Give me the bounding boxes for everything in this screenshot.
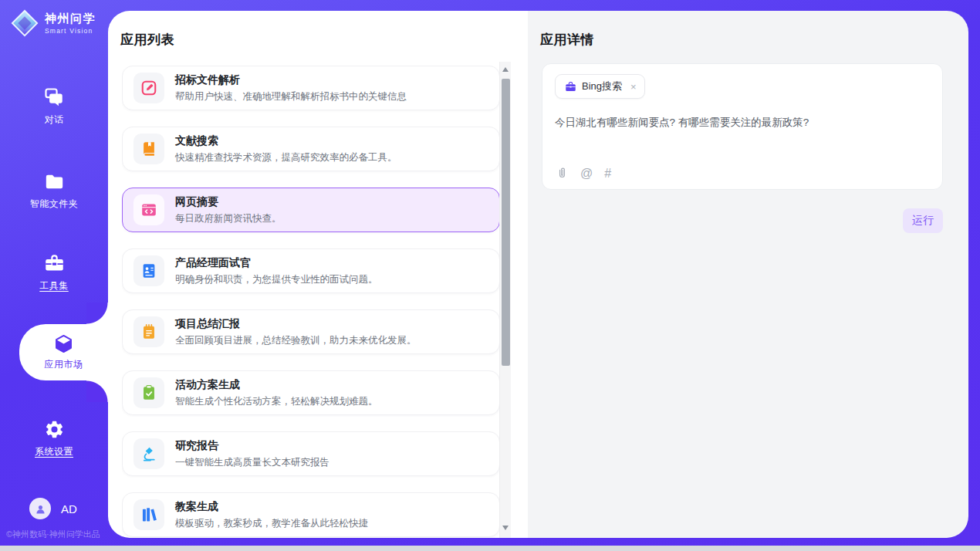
run-button[interactable]: 运行 [903, 208, 943, 233]
app-card[interactable]: 研究报告 一键智能生成高质量长文本研究报告 [122, 431, 500, 476]
app-card[interactable]: 招标文件解析 帮助用户快速、准确地理解和解析招标书中的关键信息 [122, 66, 500, 110]
microscope-icon [140, 445, 157, 462]
app-window: 神州问学 Smart Vision 对话 智能文件夹 工具集 应用市场 系统设置… [0, 0, 980, 546]
app-card-title: 项目总结汇报 [175, 317, 417, 331]
tender-doc-icon [140, 79, 157, 96]
user-account[interactable]: AD [29, 498, 77, 519]
app-icon-tile [133, 255, 164, 286]
main-content: 应用列表 招标文件解析 帮助用户快速、准确地理解和解析招标书中的关键信息 文献搜… [108, 11, 968, 538]
app-card-description: 快速精准查找学术资源，提高研究效率的必备工具。 [175, 151, 397, 164]
app-icon-tile [133, 73, 164, 103]
app-list: 招标文件解析 帮助用户快速、准确地理解和解析招标书中的关键信息 文献搜索 快速精… [122, 66, 500, 538]
app-card-title: 研究报告 [175, 439, 329, 453]
tool-chip-label: Bing搜索 [582, 79, 622, 93]
logo-subtitle: Smart Vision [45, 27, 96, 35]
sidebar-item-label: 工具集 [39, 279, 69, 292]
chat-icon [44, 87, 65, 108]
app-logo: 神州问学 Smart Vision [10, 8, 96, 38]
scrollbar-thumb[interactable] [502, 79, 510, 366]
scroll-down-arrow-icon[interactable] [502, 526, 509, 530]
sidebar-item-smart-folder[interactable]: 智能文件夹 [0, 171, 108, 211]
app-card[interactable]: 项目总结汇报 全面回顾项目进展，总结经验教训，助力未来优化发展。 [122, 309, 500, 354]
sidebar-item-toolset[interactable]: 工具集 [0, 253, 108, 292]
app-card[interactable]: 活动方案生成 智能生成个性化活动方案，轻松解决规划难题。 [122, 370, 500, 415]
sidebar-item-chat[interactable]: 对话 [0, 87, 108, 127]
notepad-icon [140, 323, 157, 340]
app-card-description: 帮助用户快速、准确地理解和解析招标书中的关键信息 [175, 90, 407, 103]
app-icon-tile [133, 316, 164, 347]
cube-icon [53, 333, 74, 354]
attachment-icon[interactable] [556, 167, 569, 180]
app-icon-tile [133, 499, 164, 530]
app-card-title: 教案生成 [175, 500, 368, 514]
app-card-description: 智能生成个性化活动方案，轻松解决规划难题。 [175, 395, 378, 408]
sidebar-item-label: 应用市场 [45, 358, 83, 371]
webpage-icon [140, 201, 157, 218]
query-text[interactable]: 今日湖北有哪些新闻要点? 有哪些需要关注的最新政策? [555, 116, 930, 130]
app-icon-tile [133, 438, 164, 469]
book-icon [140, 140, 157, 157]
chip-close-icon[interactable]: × [630, 81, 637, 93]
avatar [29, 498, 51, 519]
app-list-pane: 应用列表 招标文件解析 帮助用户快速、准确地理解和解析招标书中的关键信息 文献搜… [108, 11, 528, 538]
app-card[interactable]: 网页摘要 每日政府新闻资讯快查。 [122, 188, 500, 232]
app-list-title: 应用列表 [120, 31, 174, 49]
app-detail-pane: 应用详情 Bing搜索 × 今日湖北有哪些新闻要点? 有哪些需要关注的最新政策?… [528, 11, 968, 538]
sidebar-item-label: 智能文件夹 [30, 198, 79, 211]
prompt-input-card[interactable]: Bing搜索 × 今日湖北有哪些新闻要点? 有哪些需要关注的最新政策? @ # [542, 63, 943, 190]
interview-icon [140, 262, 157, 279]
folder-icon [44, 171, 65, 192]
logo-diamond-icon [10, 8, 39, 38]
app-card-title: 招标文件解析 [175, 73, 407, 87]
app-card-description: 明确身份和职责，为您提供专业性的面试问题。 [175, 273, 378, 286]
app-card[interactable]: 文献搜索 快速精准查找学术资源，提高研究效率的必备工具。 [122, 127, 500, 171]
briefcase-icon [565, 81, 576, 93]
sidebar-footer: ©神州数码·神州问学出品 [6, 529, 108, 540]
sidebar-item-label: 系统设置 [35, 445, 73, 458]
mention-icon[interactable]: @ [580, 167, 593, 180]
app-list-scrollbar[interactable] [499, 62, 511, 538]
app-card-title: 网页摘要 [175, 195, 282, 209]
app-card-description: 每日政府新闻资讯快查。 [175, 212, 282, 225]
app-detail-title: 应用详情 [540, 31, 594, 49]
sidebar-item-app-market[interactable]: 应用市场 [19, 324, 108, 380]
app-card-title: 产品经理面试官 [175, 256, 378, 270]
app-card-description: 一键智能生成高质量长文本研究报告 [175, 456, 329, 469]
clipboard-icon [140, 384, 157, 401]
sidebar: 神州问学 Smart Vision 对话 智能文件夹 工具集 应用市场 系统设置… [0, 0, 108, 546]
scroll-up-arrow-icon[interactable] [502, 67, 509, 72]
topic-icon[interactable]: # [604, 167, 611, 180]
tool-chip-bing-search[interactable]: Bing搜索 × [555, 74, 645, 99]
user-avatar-icon [34, 502, 47, 516]
sidebar-item-system-settings[interactable]: 系统设置 [0, 419, 108, 458]
books-icon [140, 506, 157, 523]
app-card-title: 文献搜索 [175, 134, 397, 148]
app-card-description: 全面回顾项目进展，总结经验教训，助力未来优化发展。 [175, 334, 417, 347]
app-icon-tile [133, 377, 164, 408]
app-icon-tile [133, 134, 164, 164]
app-icon-tile [133, 194, 164, 225]
toolbox-icon [44, 253, 65, 274]
sidebar-item-label: 对话 [45, 113, 64, 127]
app-card[interactable]: 教案生成 模板驱动，教案秒成，教学准备从此轻松快捷 [122, 492, 500, 537]
app-card-description: 模板驱动，教案秒成，教学准备从此轻松快捷 [175, 517, 368, 530]
app-card-title: 活动方案生成 [175, 378, 378, 392]
logo-title: 神州问学 [45, 12, 96, 26]
user-label: AD [61, 502, 77, 516]
gear-icon [44, 419, 65, 440]
app-card[interactable]: 产品经理面试官 明确身份和职责，为您提供专业性的面试问题。 [122, 248, 500, 293]
